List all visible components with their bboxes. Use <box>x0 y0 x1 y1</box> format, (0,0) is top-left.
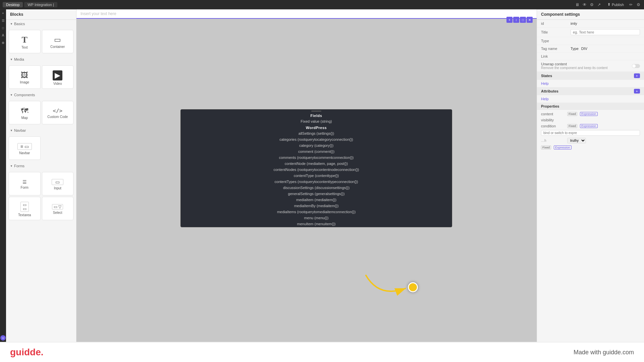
image-block[interactable]: 🖼 Image <box>9 65 41 89</box>
user-btn[interactable]: U <box>0 335 6 341</box>
sidebar-section-basics[interactable]: ▼ Basics <box>6 20 76 28</box>
resize-ctrl-btn[interactable]: □ <box>520 17 526 23</box>
dropdown-item-15[interactable]: menuItem (menuitem{}) <box>181 221 452 227</box>
topbar-right: 🖥 👁 ⚙ ↗ ⬆ Publish ✏ ⚙ <box>575 2 641 7</box>
desktop-tab[interactable]: Desktop <box>3 2 23 7</box>
attributes-add-btn[interactable]: + <box>634 89 640 94</box>
type-label-row: Type <box>537 37 644 45</box>
help-row-2[interactable]: Help <box>537 95 644 103</box>
sidebar-section-navbar[interactable]: ▼ Navbar <box>6 126 76 134</box>
layers-btn[interactable]: ☰ <box>1 18 5 23</box>
select-block[interactable]: ▭ ▽ Select <box>42 197 74 220</box>
title-label: Title <box>541 30 568 34</box>
dropdown-item-8[interactable]: contentTypes (rootquerytocontenttypeconn… <box>181 179 452 185</box>
pencil-icon[interactable]: ✏ <box>629 2 634 7</box>
collapse-icon: ▼ <box>10 22 13 25</box>
basics-grid: T Text ▭ Container <box>6 28 76 55</box>
truthy-select[interactable]: truthy <box>567 138 586 143</box>
add-block-btn[interactable]: + <box>1 11 5 15</box>
custom-code-block[interactable]: </> Custom Code <box>42 101 74 124</box>
content-expression-badge[interactable]: Expression <box>580 112 598 116</box>
navbar-label: Navbar <box>19 151 30 155</box>
link-row: Link <box>537 53 644 60</box>
condition-input[interactable] <box>541 130 640 136</box>
wp-integration-tab[interactable]: WP Integration | <box>24 2 57 7</box>
tag-type-label: Type <box>571 47 579 51</box>
dropdown-item-12[interactable]: mediaItemBy (mediaitem{}) <box>181 203 452 209</box>
dropdown-item-5[interactable]: contentNode (mediaitem, page, post{}) <box>181 161 452 167</box>
tag-value: DIV <box>581 47 587 51</box>
toggle-knob <box>632 64 636 68</box>
select-icon: ▭ ▽ <box>52 204 63 209</box>
main-layout: + ☰ □ A ⊕ U Blocks ▼ Basics T Text ▭ Con… <box>0 9 644 342</box>
condition-expression-badge[interactable]: Expression <box>580 124 598 128</box>
delete-ctrl-btn[interactable]: ✕ <box>527 17 533 23</box>
container-block[interactable]: ▭ Container <box>42 30 74 53</box>
collapse-icon-forms: ▼ <box>10 165 13 168</box>
map-block[interactable]: 🗺 Map <box>9 101 41 124</box>
sidebar-section-media[interactable]: ▼ Media <box>6 55 76 63</box>
left-toolbar: + ☰ □ A ⊕ U <box>0 9 6 342</box>
dropdown-item-14[interactable]: menu (menu{}) <box>181 215 452 221</box>
help-row-1[interactable]: Help <box>537 80 644 87</box>
condition-fixed-badge[interactable]: Fixed <box>567 124 577 128</box>
dropdown-item-9[interactable]: discussionSettings (discussionsettings{}… <box>181 185 452 191</box>
settings-icon[interactable]: ⚙ <box>590 2 595 7</box>
dropdown-item-11[interactable]: mediaItem (mediaitem{}) <box>181 197 452 203</box>
pages-btn[interactable]: □ <box>1 25 5 30</box>
right-sidebar: Component settings id imly Title Type Ta… <box>537 9 644 342</box>
components-grid: 🗺 Map </> Custom Code <box>6 99 76 126</box>
form-block[interactable]: ☰ Form <box>9 172 41 195</box>
monitor-icon[interactable]: 🖥 <box>575 2 580 7</box>
sidebar-section-forms[interactable]: ▼ Forms <box>6 162 76 170</box>
publish-button[interactable]: ⬆ Publish <box>605 2 627 7</box>
text-label: Text <box>21 46 28 49</box>
dropdown-item-4[interactable]: comments (rootquerytocommentconnection{}… <box>181 155 452 161</box>
type-btn[interactable]: A <box>1 33 5 38</box>
media-label: Media <box>14 57 24 61</box>
text-input-area: Insert your text here + ↕ □ ✕ <box>76 9 537 19</box>
share-icon[interactable]: ↗ <box>597 2 602 7</box>
tag-name-row: Tag name Type DIV <box>537 45 644 53</box>
dropdown-item-7[interactable]: contentType (contenttype{}) <box>181 173 452 179</box>
canvas-placeholder[interactable]: Insert your text here <box>80 11 116 16</box>
container-label: Container <box>50 45 65 49</box>
expr-fixed-badge[interactable]: Fixed <box>541 145 551 149</box>
eye-icon[interactable]: 👁 <box>583 2 587 7</box>
gear-icon[interactable]: ⚙ <box>637 2 641 7</box>
image-icon: 🖼 <box>21 72 28 79</box>
unwrap-toggle[interactable] <box>632 64 640 68</box>
wordpress-header: WordPress <box>181 124 452 130</box>
title-input[interactable] <box>571 29 640 35</box>
navbar-block[interactable]: ≡ ▭ Navbar <box>9 136 41 160</box>
add-ctrl-btn[interactable]: + <box>506 17 513 23</box>
move-ctrl-btn[interactable]: ↕ <box>513 17 519 23</box>
form-label: Form <box>21 186 29 189</box>
text-block[interactable]: T Text <box>9 30 41 53</box>
dropdown-item-6[interactable]: contentNodes (rootquerytocontentnodeconn… <box>181 167 452 173</box>
dropdown-item-2[interactable]: category (category{}) <box>181 142 452 148</box>
condition-prop-label: condition <box>541 124 565 128</box>
navbar-grid: ≡ ▭ Navbar <box>6 134 76 162</box>
dropdown-item-1[interactable]: categories (rootquerytocategoryconnectio… <box>181 136 452 142</box>
truthy-prop-row: …h truthy <box>541 138 640 143</box>
truthy-spacer: …h <box>541 139 565 142</box>
textarea-block[interactable]: ▭▭ Textarea <box>9 197 41 220</box>
content-fixed-badge[interactable]: Fixed <box>567 112 577 116</box>
dropdown-drag-bar[interactable] <box>181 110 452 112</box>
expr-expression-badge[interactable]: Expression <box>554 145 572 149</box>
basics-label: Basics <box>14 22 25 26</box>
forms-label: Forms <box>14 164 24 168</box>
dropdown-item-13[interactable]: mediaItems (rootquerytomediaitemconnecti… <box>181 209 452 215</box>
dropdown-item-0[interactable]: allSettings (settings{}) <box>181 130 452 136</box>
form-icon: ☰ <box>22 180 27 184</box>
sidebar-section-components[interactable]: ▼ Components <box>6 91 76 99</box>
custom-code-label: Custom Code <box>47 115 68 119</box>
fixed-value-item[interactable]: Fixed value (string) <box>181 118 452 124</box>
input-block[interactable]: ▭ Input <box>42 172 74 195</box>
dropdown-item-10[interactable]: generalSettings (generalsettings{}) <box>181 191 452 197</box>
video-block[interactable]: ▶ Video <box>42 65 74 89</box>
integrations-btn[interactable]: ⊕ <box>1 40 5 45</box>
dropdown-item-3[interactable]: comment (comment{}) <box>181 148 452 155</box>
states-add-btn[interactable]: + <box>634 73 640 78</box>
